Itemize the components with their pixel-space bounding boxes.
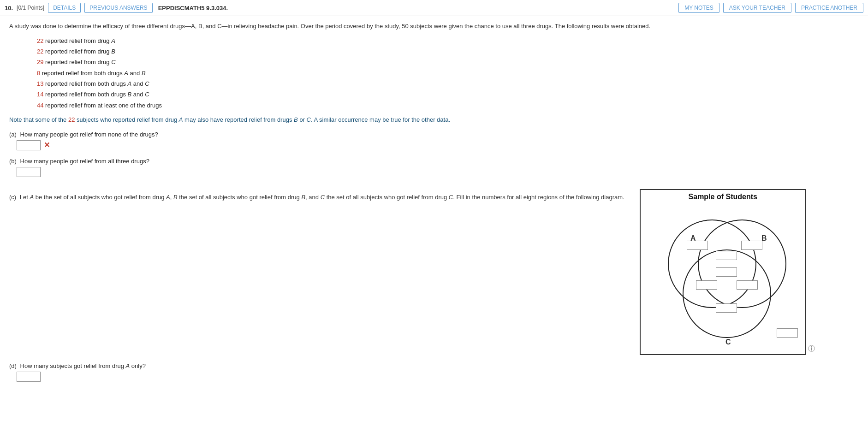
svg-point-2	[683, 250, 771, 338]
main-content: A study was done to determine the effica…	[0, 16, 868, 395]
part-b: (b) How many people got relief from all …	[9, 158, 859, 177]
venn-input-b-only[interactable]	[741, 241, 762, 250]
list-item: 14 reported relief from both drugs B and…	[37, 89, 859, 100]
venn-input-outside[interactable]	[777, 328, 798, 338]
part-d-question: How many subjects got relief from drug A…	[20, 362, 146, 369]
data-num-1: 22	[37, 37, 43, 44]
list-item: 22 reported relief from drug B	[37, 46, 859, 57]
part-b-input[interactable]	[17, 167, 41, 177]
svg-point-1	[698, 220, 786, 308]
data-num-3: 29	[37, 59, 43, 65]
part-b-question: How many people got relief from all thre…	[20, 158, 149, 165]
data-num-2: 22	[37, 48, 43, 55]
my-notes-button[interactable]: MY NOTES	[678, 3, 719, 13]
venn-input-b-and-c-only[interactable]	[737, 280, 758, 290]
intro-paragraph: A study was done to determine the effica…	[9, 22, 859, 31]
part-a-letter: (a)	[9, 131, 17, 138]
question-number: 10.	[5, 5, 13, 12]
venn-input-c-only[interactable]	[716, 303, 737, 313]
header-bar: 10. [0/1 Points] DETAILS PREVIOUS ANSWER…	[0, 0, 868, 16]
list-item: 44 reported relief from at least one of …	[37, 100, 859, 111]
note-highlight: 22	[68, 116, 75, 123]
note-paragraph: Note that some of the 22 subjects who re…	[9, 115, 859, 125]
points-label: [0/1 Points]	[17, 5, 44, 11]
circle-c-label: C	[725, 338, 731, 346]
part-a-input[interactable]	[17, 140, 41, 150]
details-button[interactable]: DETAILS	[48, 3, 81, 13]
list-item: 29 reported relief from drug C	[37, 57, 859, 67]
part-d-input[interactable]	[17, 372, 41, 382]
venn-input-a-and-b-only[interactable]	[716, 251, 737, 260]
data-list: 22 reported relief from drug A 22 report…	[37, 36, 859, 111]
part-c-question: Let A be the set of all subjects who got…	[20, 194, 626, 201]
previous-answers-button[interactable]: PREVIOUS ANSWERS	[84, 3, 152, 13]
venn-input-a-and-c-only[interactable]	[696, 280, 717, 290]
data-num-7: 44	[37, 102, 43, 109]
ask-teacher-button[interactable]: ASK YOUR TEACHER	[723, 3, 791, 13]
list-item: 13 reported relief from both drugs A and…	[37, 78, 859, 89]
svg-point-0	[668, 220, 756, 308]
part-a-question: How many people got relief from none of …	[20, 131, 158, 138]
venn-input-a-only[interactable]	[687, 241, 708, 250]
part-c: (c) Let A be the set of all subjects who…	[9, 184, 859, 355]
list-item: 8 reported relief from both drugs A and …	[37, 68, 859, 78]
wrong-mark: ✕	[44, 141, 50, 149]
part-d: (d) How many subjects got relief from dr…	[9, 362, 859, 382]
practice-another-button[interactable]: PRACTICE ANOTHER	[795, 3, 863, 13]
part-c-letter: (c)	[9, 194, 16, 201]
part-a: (a) How many people got relief from none…	[9, 131, 859, 150]
venn-title: Sample of Students	[641, 190, 805, 203]
venn-input-all-three[interactable]	[716, 267, 737, 277]
venn-diagram-box: Sample of Students A B C	[640, 189, 806, 355]
data-num-6: 14	[37, 91, 43, 98]
data-num-5: 13	[37, 80, 43, 87]
problem-id: EPPDISCMATH5 9.3.034.	[158, 5, 228, 12]
data-num-4: 8	[37, 70, 40, 77]
part-d-letter: (d)	[9, 362, 17, 369]
part-b-letter: (b)	[9, 158, 17, 165]
list-item: 22 reported relief from drug A	[37, 36, 859, 46]
info-icon[interactable]: ⓘ	[808, 344, 815, 353]
